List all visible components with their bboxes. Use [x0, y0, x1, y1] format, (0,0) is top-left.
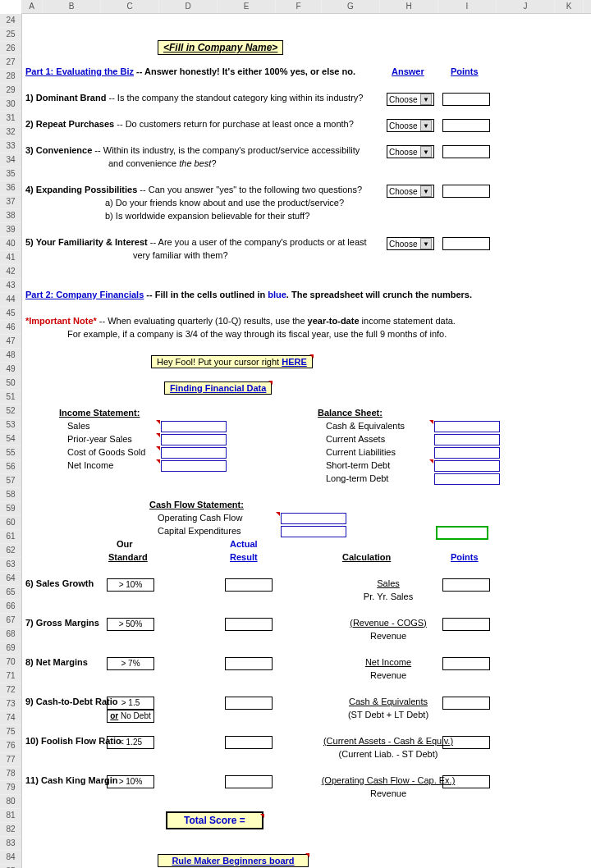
- balance-input[interactable]: [434, 460, 500, 472]
- row-header[interactable]: 28: [0, 70, 21, 84]
- row-header[interactable]: 45: [0, 307, 21, 321]
- row-header[interactable]: 69: [0, 642, 21, 656]
- row-header[interactable]: 47: [0, 335, 21, 349]
- cashflow-input[interactable]: [281, 526, 346, 537]
- part1-link[interactable]: Part 1: Evaluating the Biz: [25, 66, 134, 76]
- balance-input[interactable]: [434, 473, 500, 485]
- row-header[interactable]: 36: [0, 181, 21, 195]
- choose-select[interactable]: Choose▼: [387, 185, 434, 198]
- selected-cell[interactable]: [436, 526, 488, 540]
- row-header[interactable]: 24: [0, 14, 21, 28]
- row-header[interactable]: 72: [0, 683, 21, 697]
- row-header[interactable]: 66: [0, 600, 21, 614]
- choose-select[interactable]: Choose▼: [387, 119, 434, 132]
- income-input[interactable]: [161, 447, 227, 459]
- row-header[interactable]: 84: [0, 851, 21, 865]
- row-header[interactable]: 25: [0, 28, 21, 42]
- row-header[interactable]: 27: [0, 56, 21, 70]
- row-header[interactable]: 48: [0, 349, 21, 363]
- row-header[interactable]: 83: [0, 837, 21, 851]
- col-header[interactable]: D: [159, 0, 218, 13]
- row-header[interactable]: 62: [0, 544, 21, 558]
- income-statement-header: Income Statement:: [59, 408, 140, 418]
- finding-financial-link[interactable]: Finding Financial Data: [164, 381, 272, 395]
- col-header[interactable]: E: [218, 0, 276, 13]
- hey-fool-box[interactable]: Hey Fool! Put your cursor right HERE: [151, 355, 313, 368]
- choose-select[interactable]: Choose▼: [387, 93, 434, 106]
- row-header[interactable]: 50: [0, 377, 21, 391]
- row-header[interactable]: 39: [0, 223, 21, 237]
- part2-link[interactable]: Part 2: Company Financials: [25, 290, 144, 299]
- row-header[interactable]: 40: [0, 237, 21, 251]
- row-header[interactable]: 54: [0, 432, 21, 446]
- row-header[interactable]: 61: [0, 530, 21, 544]
- row-header[interactable]: 71: [0, 669, 21, 683]
- balance-input[interactable]: [434, 447, 500, 459]
- row-header[interactable]: 42: [0, 265, 21, 279]
- col-header[interactable]: F: [276, 0, 322, 13]
- row-header[interactable]: 51: [0, 391, 21, 404]
- row-header[interactable]: 38: [0, 209, 21, 223]
- row-header[interactable]: 59: [0, 502, 21, 516]
- row-header[interactable]: 78: [0, 767, 21, 781]
- col-header[interactable]: B: [43, 0, 101, 13]
- row-header[interactable]: 79: [0, 781, 21, 795]
- row-header[interactable]: 57: [0, 474, 21, 488]
- row-header[interactable]: 49: [0, 363, 21, 377]
- balance-item: Long-term Debt: [326, 473, 388, 483]
- choose-select[interactable]: Choose▼: [387, 145, 434, 158]
- footer-beginners-board[interactable]: Rule Maker Beginners board: [158, 854, 309, 867]
- row-header[interactable]: 81: [0, 809, 21, 823]
- row-header[interactable]: 60: [0, 516, 21, 530]
- row-header[interactable]: 30: [0, 98, 21, 112]
- col-header[interactable]: I: [438, 0, 497, 13]
- cashflow-input[interactable]: [281, 513, 346, 524]
- row-header[interactable]: 63: [0, 558, 21, 572]
- balance-input[interactable]: [434, 434, 500, 445]
- row-header[interactable]: 33: [0, 139, 21, 153]
- row-header[interactable]: 82: [0, 823, 21, 837]
- col-header[interactable]: C: [101, 0, 159, 13]
- row-header[interactable]: 44: [0, 293, 21, 307]
- balance-input[interactable]: [434, 421, 500, 432]
- row-header[interactable]: 26: [0, 42, 21, 56]
- choose-select[interactable]: Choose▼: [387, 237, 434, 250]
- row-header[interactable]: 73: [0, 697, 21, 711]
- row-header[interactable]: 70: [0, 656, 21, 669]
- points-box: [442, 775, 490, 788]
- row-header[interactable]: 43: [0, 279, 21, 293]
- row-header[interactable]: 46: [0, 321, 21, 335]
- row-header[interactable]: 29: [0, 84, 21, 98]
- standard-box: > 7%: [107, 657, 154, 670]
- row-header[interactable]: 68: [0, 628, 21, 642]
- row-header[interactable]: 34: [0, 153, 21, 167]
- row-header[interactable]: 35: [0, 167, 21, 181]
- row-header[interactable]: 67: [0, 614, 21, 628]
- col-header[interactable]: K: [555, 0, 584, 13]
- row-header[interactable]: 56: [0, 460, 21, 474]
- row-header[interactable]: 58: [0, 488, 21, 502]
- row-header[interactable]: 52: [0, 404, 21, 418]
- income-input[interactable]: [161, 460, 227, 472]
- income-input[interactable]: [161, 421, 227, 432]
- row-header[interactable]: 64: [0, 572, 21, 586]
- row-header[interactable]: 41: [0, 251, 21, 265]
- row-header[interactable]: 37: [0, 195, 21, 209]
- row-header[interactable]: 65: [0, 586, 21, 600]
- income-input[interactable]: [161, 434, 227, 445]
- row-header[interactable]: 77: [0, 753, 21, 767]
- row-header[interactable]: 55: [0, 446, 21, 460]
- col-header[interactable]: G: [322, 0, 380, 13]
- col-header[interactable]: J: [497, 0, 555, 13]
- row-header[interactable]: 85: [0, 865, 21, 868]
- row-header[interactable]: 76: [0, 739, 21, 753]
- row-header[interactable]: 53: [0, 418, 21, 432]
- points-box: [442, 185, 490, 198]
- col-header[interactable]: H: [380, 0, 438, 13]
- row-header[interactable]: 32: [0, 126, 21, 139]
- row-header[interactable]: 75: [0, 725, 21, 739]
- row-header[interactable]: 80: [0, 795, 21, 809]
- col-header[interactable]: A: [21, 0, 43, 13]
- row-header[interactable]: 74: [0, 711, 21, 725]
- row-header[interactable]: 31: [0, 112, 21, 126]
